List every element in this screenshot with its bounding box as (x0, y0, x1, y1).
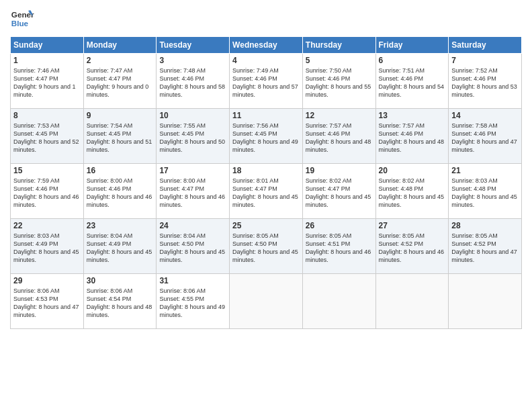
calendar-week-row: 15 Sunrise: 7:59 AMSunset: 4:46 PMDaylig… (11, 164, 522, 219)
cell-info: Sunrise: 8:05 AMSunset: 4:52 PMDaylight:… (379, 232, 445, 263)
calendar-week-row: 22 Sunrise: 8:03 AMSunset: 4:49 PMDaylig… (11, 219, 522, 274)
cell-info: Sunrise: 7:54 AMSunset: 4:45 PMDaylight:… (87, 122, 152, 153)
calendar-day-header: Wednesday (230, 37, 303, 54)
day-number: 8 (13, 111, 81, 120)
day-number: 15 (13, 166, 81, 175)
calendar-cell: 21 Sunrise: 8:03 AMSunset: 4:48 PMDaylig… (449, 164, 522, 219)
calendar-day-header: Sunday (11, 37, 84, 54)
calendar-cell: 15 Sunrise: 7:59 AMSunset: 4:46 PMDaylig… (11, 164, 84, 219)
calendar-cell: 1 Sunrise: 7:46 AMSunset: 4:47 PMDayligh… (11, 54, 84, 109)
day-number: 21 (451, 166, 519, 175)
calendar-cell: 14 Sunrise: 7:58 AMSunset: 4:46 PMDaylig… (449, 109, 522, 164)
calendar-cell: 13 Sunrise: 7:57 AMSunset: 4:46 PMDaylig… (375, 109, 449, 164)
day-number: 19 (306, 166, 373, 175)
calendar-week-row: 1 Sunrise: 7:46 AMSunset: 4:47 PMDayligh… (11, 54, 522, 109)
cell-info: Sunrise: 8:03 AMSunset: 4:48 PMDaylight:… (451, 177, 517, 208)
calendar-cell: 5 Sunrise: 7:50 AMSunset: 4:46 PMDayligh… (302, 54, 375, 109)
calendar-cell (375, 274, 449, 329)
calendar-cell: 20 Sunrise: 8:02 AMSunset: 4:48 PMDaylig… (375, 164, 449, 219)
day-number: 1 (13, 56, 81, 65)
calendar-cell: 18 Sunrise: 8:01 AMSunset: 4:47 PMDaylig… (230, 164, 303, 219)
day-number: 9 (87, 111, 154, 120)
cell-info: Sunrise: 8:06 AMSunset: 4:54 PMDaylight:… (87, 287, 152, 318)
day-number: 4 (232, 56, 300, 65)
cell-info: Sunrise: 7:47 AMSunset: 4:47 PMDaylight:… (87, 67, 149, 98)
calendar-cell: 31 Sunrise: 8:06 AMSunset: 4:55 PMDaylig… (157, 274, 230, 329)
day-number: 5 (306, 56, 373, 65)
calendar-cell: 16 Sunrise: 8:00 AMSunset: 4:46 PMDaylig… (83, 164, 157, 219)
day-number: 14 (451, 111, 519, 120)
cell-info: Sunrise: 8:05 AMSunset: 4:50 PMDaylight:… (232, 232, 298, 263)
calendar-table: SundayMondayTuesdayWednesdayThursdayFrid… (10, 36, 522, 329)
cell-info: Sunrise: 7:57 AMSunset: 4:46 PMDaylight:… (379, 122, 445, 153)
cell-info: Sunrise: 7:49 AMSunset: 4:46 PMDaylight:… (232, 67, 298, 98)
calendar-cell: 19 Sunrise: 8:02 AMSunset: 4:47 PMDaylig… (302, 164, 375, 219)
page-container: General Blue SundayMondayTuesdayWednesda… (0, 0, 532, 411)
cell-info: Sunrise: 8:00 AMSunset: 4:46 PMDaylight:… (87, 177, 152, 208)
calendar-cell: 7 Sunrise: 7:52 AMSunset: 4:46 PMDayligh… (449, 54, 522, 109)
day-number: 2 (87, 56, 154, 65)
cell-info: Sunrise: 7:56 AMSunset: 4:45 PMDaylight:… (232, 122, 298, 153)
calendar-cell: 24 Sunrise: 8:04 AMSunset: 4:50 PMDaylig… (157, 219, 230, 274)
cell-info: Sunrise: 8:04 AMSunset: 4:50 PMDaylight:… (159, 232, 225, 263)
day-number: 17 (159, 166, 226, 175)
cell-info: Sunrise: 7:53 AMSunset: 4:45 PMDaylight:… (13, 122, 79, 153)
cell-info: Sunrise: 8:06 AMSunset: 4:53 PMDaylight:… (13, 287, 79, 318)
cell-info: Sunrise: 7:46 AMSunset: 4:47 PMDaylight:… (13, 67, 76, 98)
svg-text:Blue: Blue (11, 19, 29, 28)
day-number: 24 (159, 221, 226, 230)
cell-info: Sunrise: 7:55 AMSunset: 4:45 PMDaylight:… (159, 122, 225, 153)
day-number: 22 (13, 221, 81, 230)
day-number: 20 (379, 166, 446, 175)
cell-info: Sunrise: 8:03 AMSunset: 4:49 PMDaylight:… (13, 232, 79, 263)
calendar-cell: 6 Sunrise: 7:51 AMSunset: 4:46 PMDayligh… (375, 54, 449, 109)
day-number: 10 (159, 111, 226, 120)
day-number: 7 (451, 56, 519, 65)
cell-info: Sunrise: 7:48 AMSunset: 4:46 PMDaylight:… (159, 67, 225, 98)
day-number: 12 (306, 111, 373, 120)
calendar-cell: 4 Sunrise: 7:49 AMSunset: 4:46 PMDayligh… (230, 54, 303, 109)
page-header: General Blue (10, 7, 522, 31)
cell-info: Sunrise: 8:02 AMSunset: 4:47 PMDaylight:… (306, 177, 371, 208)
calendar-cell: 17 Sunrise: 8:00 AMSunset: 4:47 PMDaylig… (157, 164, 230, 219)
calendar-day-header: Thursday (302, 37, 375, 54)
day-number: 31 (159, 276, 226, 285)
cell-info: Sunrise: 7:52 AMSunset: 4:46 PMDaylight:… (451, 67, 517, 98)
cell-info: Sunrise: 7:58 AMSunset: 4:46 PMDaylight:… (451, 122, 517, 153)
calendar-cell: 8 Sunrise: 7:53 AMSunset: 4:45 PMDayligh… (11, 109, 84, 164)
calendar-cell: 22 Sunrise: 8:03 AMSunset: 4:49 PMDaylig… (11, 219, 84, 274)
calendar-day-header: Saturday (449, 37, 522, 54)
calendar-day-header: Monday (83, 37, 157, 54)
day-number: 25 (232, 221, 300, 230)
calendar-week-row: 8 Sunrise: 7:53 AMSunset: 4:45 PMDayligh… (11, 109, 522, 164)
day-number: 27 (379, 221, 446, 230)
day-number: 26 (306, 221, 373, 230)
calendar-cell: 30 Sunrise: 8:06 AMSunset: 4:54 PMDaylig… (83, 274, 157, 329)
calendar-cell (230, 274, 303, 329)
day-number: 18 (232, 166, 300, 175)
calendar-cell: 10 Sunrise: 7:55 AMSunset: 4:45 PMDaylig… (157, 109, 230, 164)
day-number: 3 (159, 56, 226, 65)
calendar-week-row: 29 Sunrise: 8:06 AMSunset: 4:53 PMDaylig… (11, 274, 522, 329)
day-number: 16 (87, 166, 154, 175)
cell-info: Sunrise: 8:00 AMSunset: 4:47 PMDaylight:… (159, 177, 225, 208)
day-number: 28 (451, 221, 519, 230)
cell-info: Sunrise: 7:57 AMSunset: 4:46 PMDaylight:… (306, 122, 371, 153)
calendar-cell: 11 Sunrise: 7:56 AMSunset: 4:45 PMDaylig… (230, 109, 303, 164)
day-number: 29 (13, 276, 81, 285)
day-number: 30 (87, 276, 154, 285)
logo: General Blue (10, 7, 34, 31)
calendar-cell (449, 274, 522, 329)
calendar-cell: 29 Sunrise: 8:06 AMSunset: 4:53 PMDaylig… (11, 274, 84, 329)
cell-info: Sunrise: 8:05 AMSunset: 4:52 PMDaylight:… (451, 232, 517, 263)
day-number: 6 (379, 56, 446, 65)
cell-info: Sunrise: 8:02 AMSunset: 4:48 PMDaylight:… (379, 177, 445, 208)
day-number: 11 (232, 111, 300, 120)
day-number: 23 (87, 221, 154, 230)
calendar-cell: 12 Sunrise: 7:57 AMSunset: 4:46 PMDaylig… (302, 109, 375, 164)
cell-info: Sunrise: 8:04 AMSunset: 4:49 PMDaylight:… (87, 232, 152, 263)
calendar-cell: 23 Sunrise: 8:04 AMSunset: 4:49 PMDaylig… (83, 219, 157, 274)
calendar-cell (302, 274, 375, 329)
cell-info: Sunrise: 8:05 AMSunset: 4:51 PMDaylight:… (306, 232, 371, 263)
logo-icon: General Blue (10, 7, 34, 31)
